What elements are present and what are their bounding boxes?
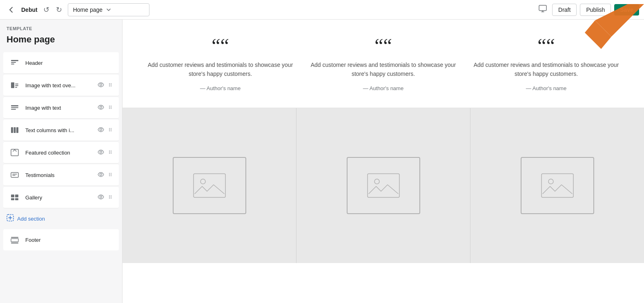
visibility-toggle-testimonials[interactable] [97, 170, 105, 180]
svg-point-11 [109, 84, 110, 85]
svg-point-34 [111, 130, 111, 131]
sidebar-item-featured-label: Featured collection [25, 150, 93, 156]
sidebar-item-image-text-ove-actions [97, 81, 114, 90]
testimonial-author-3: — Author's name [473, 85, 619, 91]
sidebar-item-image-text-ove-label: Image with text ove... [25, 82, 93, 88]
svg-rect-68 [368, 174, 399, 197]
svg-point-19 [109, 106, 110, 106]
svg-rect-27 [16, 127, 18, 133]
image-placeholder-2 [347, 157, 420, 214]
svg-rect-3 [11, 64, 14, 64]
testimonial-card-3: ““ Add customer reviews and testimonials… [473, 36, 619, 91]
svg-rect-66 [194, 174, 225, 197]
main-layout: TEMPLATE Home page Header [0, 20, 644, 303]
save-button[interactable]: Save [614, 4, 639, 15]
visibility-toggle-text-cols[interactable] [97, 126, 105, 135]
preview-area: ““ Add customer reviews and testimonials… [123, 20, 644, 303]
visibility-toggle-gallery[interactable] [97, 193, 105, 202]
sidebar-item-image-with-text[interactable]: Image with text [3, 97, 119, 119]
drag-handle-testimonials[interactable] [107, 171, 114, 179]
svg-point-58 [109, 197, 110, 197]
svg-point-20 [111, 106, 111, 106]
sidebar-item-gallery-actions [97, 193, 114, 202]
drag-handle-image-text[interactable] [107, 104, 114, 112]
sidebar-item-text-columns[interactable]: Text columns with i... [3, 119, 119, 141]
svg-point-38 [111, 150, 111, 151]
visibility-toggle-image-text-ove[interactable] [97, 81, 105, 90]
sidebar-item-testimonials[interactable]: Testimonials [3, 164, 119, 186]
svg-rect-65 [11, 243, 18, 243]
testimonial-text-2: Add customer reviews and testimonials to… [310, 60, 457, 79]
sidebar-item-image-with-text-ove[interactable]: Image with text ove... [3, 75, 119, 96]
drag-handle-text-cols[interactable] [107, 126, 114, 135]
svg-point-57 [111, 195, 111, 196]
svg-rect-17 [11, 109, 16, 110]
sidebar-item-gallery[interactable]: Gallery [3, 187, 119, 208]
add-section-label: Add section [17, 216, 45, 222]
svg-point-33 [109, 130, 110, 131]
svg-rect-6 [15, 85, 18, 86]
sidebar-item-testimonials-actions [97, 170, 114, 180]
svg-point-60 [109, 198, 110, 199]
svg-point-61 [111, 198, 111, 199]
testimonial-card-1: ““ Add customer reviews and testimonials… [147, 36, 294, 91]
svg-point-29 [109, 128, 110, 129]
svg-rect-51 [11, 195, 14, 197]
testimonial-text-1: Add customer reviews and testimonials to… [147, 60, 294, 79]
svg-point-30 [111, 128, 111, 129]
sidebar-item-header[interactable]: Header [3, 52, 119, 74]
sidebar-item-text-cols-label: Text columns with i... [25, 127, 93, 133]
sidebar-item-footer[interactable]: Footer [3, 229, 119, 250]
redo-button[interactable]: ↻ [53, 4, 65, 16]
drag-handle-featured[interactable] [107, 148, 114, 157]
sidebar-item-featured-collection[interactable]: Featured collection [3, 142, 119, 164]
svg-rect-64 [11, 239, 18, 242]
draft-button[interactable]: Draft [552, 4, 577, 16]
testimonial-author-1: — Author's name [147, 85, 294, 91]
svg-rect-52 [15, 195, 18, 197]
svg-point-67 [201, 179, 205, 184]
sidebar-item-header-label: Header [25, 60, 114, 66]
featured-icon [8, 146, 21, 159]
svg-rect-5 [15, 84, 18, 84]
image-text2-icon [8, 101, 21, 114]
drag-handle-image-text-ove[interactable] [107, 81, 114, 90]
svg-point-59 [111, 197, 111, 197]
visibility-toggle-featured[interactable] [97, 148, 105, 157]
svg-rect-43 [11, 173, 18, 177]
gallery-item-2 [296, 108, 470, 263]
publish-button[interactable]: Publish [580, 4, 611, 16]
quote-mark-1: ““ [147, 36, 294, 55]
svg-point-46 [111, 173, 111, 174]
image-placeholder-1 [173, 157, 246, 214]
testimonials-section: ““ Add customer reviews and testimonials… [123, 20, 644, 108]
svg-point-8 [100, 84, 102, 86]
text-cols-icon [8, 124, 21, 137]
svg-point-36 [100, 151, 102, 153]
sidebar-item-text-cols-actions [97, 126, 114, 135]
drag-handle-gallery[interactable] [107, 193, 114, 202]
topbar: Debut ↺ ↻ Home page Draft Publish Save [0, 0, 644, 20]
testimonial-card-2: ““ Add customer reviews and testimonials… [310, 36, 457, 91]
svg-point-10 [111, 83, 111, 84]
undo-button[interactable]: ↺ [41, 4, 52, 16]
svg-point-9 [109, 83, 110, 84]
page-select-dropdown[interactable]: Home page [68, 3, 149, 16]
sidebar-item-testimonials-label: Testimonials [25, 172, 93, 178]
svg-rect-4 [11, 82, 14, 88]
quote-mark-2: ““ [310, 36, 457, 55]
svg-point-41 [109, 153, 110, 154]
visibility-toggle-image-text[interactable] [97, 103, 105, 113]
add-section-button[interactable]: Add section [0, 209, 122, 228]
svg-point-31 [109, 129, 110, 130]
header-icon [8, 56, 21, 69]
app-name: Debut [21, 7, 38, 13]
testimonials-icon [8, 168, 21, 181]
svg-point-18 [100, 106, 102, 108]
svg-point-55 [100, 196, 102, 198]
sidebar-item-image-text-actions [97, 103, 114, 113]
sidebar-item-image-with-text-label: Image with text [25, 105, 93, 111]
page-select-label: Home page [73, 7, 103, 13]
back-button[interactable] [5, 3, 18, 16]
monitor-button[interactable] [537, 2, 549, 17]
